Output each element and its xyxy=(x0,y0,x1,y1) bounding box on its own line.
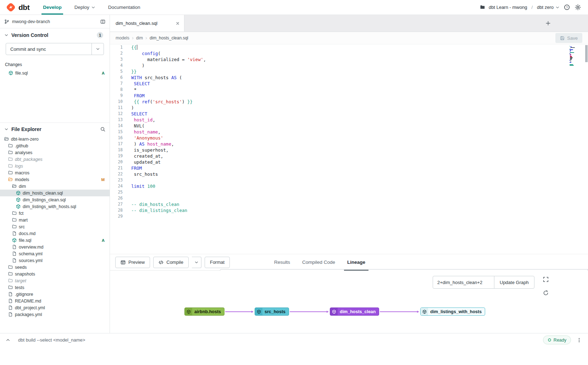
project-selector[interactable]: dbt zero xyxy=(537,5,560,10)
tree-item-seeds[interactable]: seeds xyxy=(0,264,110,271)
code-line-24[interactable]: 24limit 100 xyxy=(110,183,588,189)
code-line-4[interactable]: 4 ) xyxy=(110,62,588,69)
tree-item-sources-yml[interactable]: sources.yml xyxy=(0,257,110,264)
panel-tab-lineage[interactable]: Lineage xyxy=(341,254,371,270)
cli-command-input[interactable]: dbt build --select <model_name> xyxy=(18,337,85,343)
code-line-22[interactable]: 22 src_hosts xyxy=(110,171,588,177)
tree-item-analyses[interactable]: analyses xyxy=(0,149,110,156)
code-line-26[interactable]: 26 xyxy=(110,195,588,201)
code-line-1[interactable]: 1{{ xyxy=(110,44,588,50)
code-line-10[interactable]: 10 {{ ref('src_hosts') }} xyxy=(110,99,588,105)
tree-item-github[interactable]: .github xyxy=(0,142,110,149)
new-tab-button[interactable] xyxy=(545,21,551,26)
nav-deploy[interactable]: Deploy xyxy=(68,0,102,15)
breadcrumb-dim[interactable]: dim xyxy=(136,36,143,40)
tree-item-file-sql[interactable]: file.sqlA xyxy=(0,237,110,244)
code-line-12[interactable]: 12SELECT xyxy=(110,111,588,117)
nav-documentation[interactable]: Documentation xyxy=(102,0,147,15)
tree-item-gitignore[interactable]: .gitignore xyxy=(0,291,110,298)
code-line-17[interactable]: 17 ) AS host_name, xyxy=(110,141,588,147)
tree-item-schema-yml[interactable]: schema.yml xyxy=(0,250,110,257)
tree-item-dim-listings-with-hosts-sql[interactable]: dim_listings_with_hosts.sql xyxy=(0,203,110,210)
build-options-chevron[interactable] xyxy=(192,257,201,268)
editor-minimap[interactable] xyxy=(570,46,582,66)
code-line-25[interactable]: 25 xyxy=(110,189,588,195)
tab-dim-hosts-clean[interactable]: dim_hosts_clean.sql xyxy=(110,15,184,32)
breadcrumb-models[interactable]: models xyxy=(116,36,129,40)
tree-item-packages-yml[interactable]: packages.yml xyxy=(0,311,110,318)
code-line-19[interactable]: 19 created_at, xyxy=(110,153,588,159)
commit-options-chevron[interactable] xyxy=(91,43,104,55)
code-line-9[interactable]: 9 FROM xyxy=(110,93,588,99)
scrollbar-thumb[interactable] xyxy=(585,45,588,62)
tree-item-dbt-learn-zero[interactable]: dbt-learn-zero xyxy=(0,136,110,142)
tree-item-overview-md[interactable]: overview.md xyxy=(0,244,110,250)
save-button[interactable]: Save xyxy=(555,33,582,43)
editor-scrollbar[interactable] xyxy=(585,44,588,254)
tree-item-logs[interactable]: logs xyxy=(0,163,110,169)
code-line-15[interactable]: 15 host_name, xyxy=(110,129,588,135)
chevron-up-icon[interactable] xyxy=(6,338,10,342)
tree-item-docs-md[interactable]: docs.md xyxy=(0,230,110,237)
code-line-5[interactable]: 5}} xyxy=(110,69,588,75)
commit-and-sync-button[interactable]: Commit and sync xyxy=(6,43,104,55)
version-control-header[interactable]: Version Control 1 xyxy=(0,28,110,42)
code-line-18[interactable]: 18 is_superhost, xyxy=(110,147,588,153)
lineage-node-dim-listings-with-hosts[interactable]: dim_listings_with_hosts xyxy=(420,307,485,316)
layout-panels-icon[interactable] xyxy=(100,19,105,24)
code-line-21[interactable]: 21FROM xyxy=(110,165,588,171)
code-line-23[interactable]: 23 xyxy=(110,177,588,183)
toolbar-button-format[interactable]: Format xyxy=(205,257,230,268)
code-line-6[interactable]: 6WITH src_hosts AS ( xyxy=(110,75,588,81)
code-line-14[interactable]: 14 NVL( xyxy=(110,123,588,129)
close-tab-icon[interactable] xyxy=(176,21,180,26)
code-line-27[interactable]: 27-- dim_hosts_clean xyxy=(110,201,588,207)
tree-item-src[interactable]: src xyxy=(0,223,110,230)
code-line-2[interactable]: 2 config( xyxy=(110,50,588,56)
tree-item-dim-hosts-clean-sql[interactable]: dim_hosts_clean.sql xyxy=(0,190,110,196)
tree-item-dim-listings-clean-sql[interactable]: dim_listings_clean.sql xyxy=(0,196,110,203)
tree-item-models[interactable]: modelsM xyxy=(0,176,110,183)
tree-item-dbt-packages[interactable]: dbt_packages xyxy=(0,156,110,163)
code-line-7[interactable]: 7 SELECT xyxy=(110,81,588,87)
code-editor[interactable]: 1{{2 config(3 materialized = 'view',4 )5… xyxy=(110,44,588,254)
branch-name[interactable]: mwong-dev-branch xyxy=(12,19,50,24)
kebab-menu-icon[interactable] xyxy=(577,338,582,343)
code-line-3[interactable]: 3 materialized = 'view', xyxy=(110,56,588,62)
tree-item-fct[interactable]: fct xyxy=(0,210,110,217)
file-explorer-header[interactable]: File Explorer xyxy=(0,122,110,136)
lineage-node-airbnb-hosts[interactable]: airbnb.hosts xyxy=(184,307,224,316)
version-control-title: Version Control xyxy=(11,32,48,38)
code-line-20[interactable]: 20 updated_at xyxy=(110,159,588,165)
tree-item-dim[interactable]: dim xyxy=(0,183,110,190)
search-icon[interactable] xyxy=(100,127,105,132)
code-line-16[interactable]: 16 'Anonymous' xyxy=(110,135,588,141)
settings-gear-button[interactable] xyxy=(574,4,582,11)
nav-develop[interactable]: Develop xyxy=(37,0,68,15)
tree-item-tests[interactable]: tests xyxy=(0,284,110,291)
changed-file-file-sql[interactable]: file.sqlA xyxy=(0,69,110,77)
tree-item-target[interactable]: target xyxy=(0,277,110,284)
account-name[interactable]: dbt Learn - mwong xyxy=(489,5,527,10)
panel-tab-results[interactable]: Results xyxy=(268,254,296,270)
tree-item-mart[interactable]: mart xyxy=(0,217,110,223)
panel-tab-compiled-code[interactable]: Compiled Code xyxy=(296,254,341,270)
code-line-8[interactable]: 8 * xyxy=(110,87,588,93)
code-line-28[interactable]: 28-- dim_listings_clean xyxy=(110,207,588,213)
ide-status-badge[interactable]: Ready xyxy=(543,336,571,344)
toolbar-button-compile[interactable]: Compile xyxy=(153,257,189,268)
help-button[interactable]: ? xyxy=(563,4,571,11)
tree-item-readme-md[interactable]: README.md xyxy=(0,298,110,304)
tree-item-dbt-project-yml[interactable]: dbt_project.yml xyxy=(0,304,110,311)
dbt-logo[interactable]: dbt xyxy=(0,0,37,15)
line-number: 21 xyxy=(110,165,123,171)
tree-item-snapshots[interactable]: snapshots xyxy=(0,271,110,277)
code-line-13[interactable]: 13 host_id, xyxy=(110,117,588,123)
code-line-11[interactable]: 11) xyxy=(110,105,588,111)
toolbar-button-preview[interactable]: Preview xyxy=(115,257,150,268)
lineage-node-src-hosts[interactable]: src_hosts xyxy=(255,307,289,316)
lineage-node-dim-hosts-clean[interactable]: dim_hosts_clean xyxy=(330,307,379,316)
code-line-29[interactable]: 29 xyxy=(110,213,588,219)
panel-tab-label: Compiled Code xyxy=(302,260,335,265)
tree-item-macros[interactable]: macros xyxy=(0,169,110,176)
